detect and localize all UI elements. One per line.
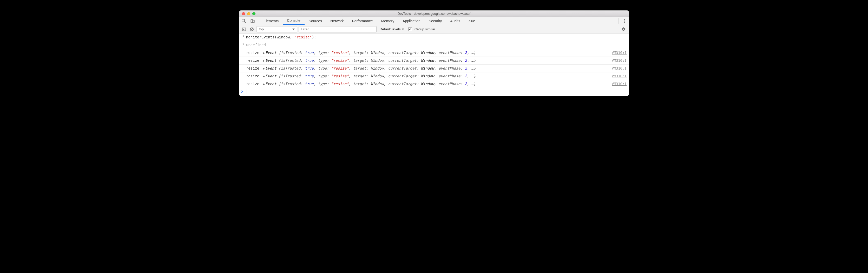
log-gutter xyxy=(241,81,246,81)
clear-console-icon[interactable] xyxy=(249,26,255,32)
inspect-element-icon[interactable] xyxy=(239,17,248,25)
svg-rect-2 xyxy=(253,20,254,23)
execution-context-selector[interactable]: top xyxy=(256,26,297,32)
log-content[interactable]: resize ▶Event {isTrusted: true, type: "r… xyxy=(246,81,612,87)
console-settings-icon[interactable] xyxy=(620,26,627,33)
console-prompt[interactable] xyxy=(239,88,629,96)
window-title: DevTools - developers.google.com/web/sho… xyxy=(239,12,629,15)
expand-object-icon[interactable]: ▶ xyxy=(263,50,265,55)
source-link[interactable]: VM310:1 xyxy=(612,58,627,63)
log-content[interactable]: resize ▶Event {isTrusted: true, type: "r… xyxy=(246,58,612,63)
chevron-down-icon xyxy=(292,29,295,30)
log-content[interactable]: resize ▶Event {isTrusted: true, type: "r… xyxy=(246,66,612,71)
svg-point-5 xyxy=(624,22,625,23)
input-chevron-icon xyxy=(241,35,246,37)
cursor xyxy=(247,90,247,94)
return-value: undefined xyxy=(246,42,266,48)
expand-object-icon[interactable]: ▶ xyxy=(263,58,265,63)
tab-network[interactable]: Network xyxy=(326,17,348,25)
source-link[interactable]: VM310:1 xyxy=(612,81,627,87)
console-log-row: resize ▶Event {isTrusted: true, type: "r… xyxy=(239,72,629,80)
log-gutter xyxy=(241,73,246,74)
tab-security[interactable]: Security xyxy=(425,17,446,25)
more-menu-icon[interactable] xyxy=(620,17,629,25)
source-link[interactable]: VM310:1 xyxy=(612,66,627,71)
log-gutter xyxy=(241,50,246,50)
svg-line-8 xyxy=(251,28,253,30)
expand-object-icon[interactable]: ▶ xyxy=(263,66,265,71)
levels-label: Default levels xyxy=(380,27,401,31)
device-toolbar-icon[interactable] xyxy=(248,17,257,25)
tab-audits[interactable]: Audits xyxy=(446,17,464,25)
devtools-window: DevTools - developers.google.com/web/sho… xyxy=(239,10,629,96)
log-gutter xyxy=(241,58,246,58)
console-log-row: resize ▶Event {isTrusted: true, type: "r… xyxy=(239,57,629,65)
zoom-icon[interactable] xyxy=(252,12,255,15)
expand-object-icon[interactable]: ▶ xyxy=(263,82,265,87)
console-log-row: resize ▶Event {isTrusted: true, type: "r… xyxy=(239,49,629,57)
svg-point-3 xyxy=(624,19,625,20)
console-input-echo: monitorEvents(window, "resize"); xyxy=(239,33,629,41)
log-content[interactable]: resize ▶Event {isTrusted: true, type: "r… xyxy=(246,50,612,56)
source-link[interactable]: VM310:1 xyxy=(612,73,627,79)
tab-elements[interactable]: Elements xyxy=(259,17,283,25)
expand-object-icon[interactable]: ▶ xyxy=(263,74,265,79)
titlebar[interactable]: DevTools - developers.google.com/web/sho… xyxy=(239,11,629,17)
toggle-console-sidebar-icon[interactable] xyxy=(241,26,247,32)
tab-axe[interactable]: aXe xyxy=(464,17,479,25)
context-label: top xyxy=(259,27,264,31)
group-similar-label: Group similar xyxy=(414,27,435,31)
input-code[interactable]: monitorEvents(window, "resize"); xyxy=(246,35,627,40)
log-gutter xyxy=(241,66,246,66)
traffic-lights xyxy=(242,12,255,15)
close-icon[interactable] xyxy=(242,12,245,15)
tab-application[interactable]: Application xyxy=(398,17,425,25)
panel-tabs: ElementsConsoleSourcesNetworkPerformance… xyxy=(239,17,629,25)
tab-performance[interactable]: Performance xyxy=(348,17,377,25)
minimize-icon[interactable] xyxy=(247,12,250,15)
source-link[interactable]: VM310:1 xyxy=(612,50,627,55)
tab-sources[interactable]: Sources xyxy=(305,17,326,25)
return-arrow-icon xyxy=(241,42,246,45)
console-log-row: resize ▶Event {isTrusted: true, type: "r… xyxy=(239,65,629,72)
prompt-chevron-icon xyxy=(241,90,246,93)
group-similar-checkbox[interactable] xyxy=(408,28,412,31)
log-levels-selector[interactable]: Default levels xyxy=(380,27,404,31)
log-content[interactable]: resize ▶Event {isTrusted: true, type: "r… xyxy=(246,73,612,79)
chevron-down-icon xyxy=(402,29,404,30)
svg-point-4 xyxy=(624,21,625,22)
tab-console[interactable]: Console xyxy=(283,17,304,25)
console-toolbar: top Default levels Group similar xyxy=(239,25,629,33)
filter-input[interactable] xyxy=(299,26,377,32)
separator xyxy=(258,18,258,24)
console-return-row: undefined xyxy=(239,41,629,49)
console-log-row: resize ▶Event {isTrusted: true, type: "r… xyxy=(239,80,629,88)
console-output: monitorEvents(window, "resize"); undefin… xyxy=(239,33,629,96)
tab-memory[interactable]: Memory xyxy=(377,17,399,25)
